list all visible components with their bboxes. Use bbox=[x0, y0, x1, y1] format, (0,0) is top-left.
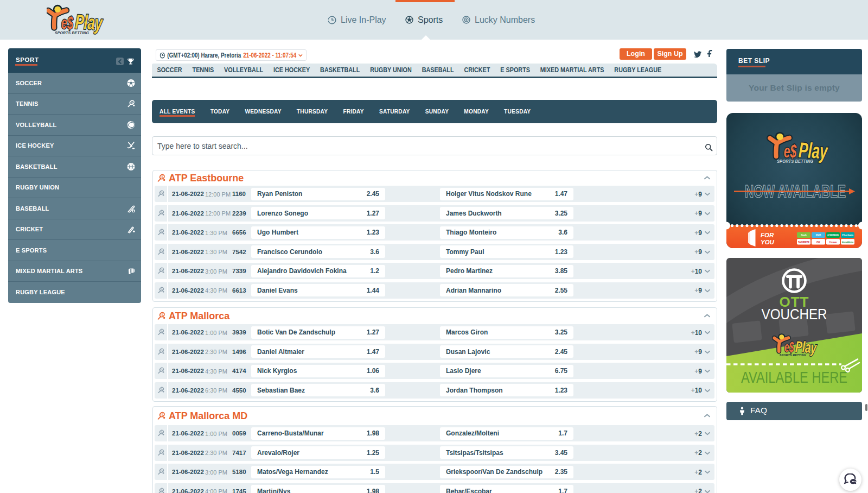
svg-text:SHOPRITE: SHOPRITE bbox=[798, 241, 809, 244]
svg-text:SPORTS BETTING: SPORTS BETTING bbox=[780, 353, 806, 357]
svg-text:OK: OK bbox=[816, 241, 821, 244]
svg-text:AVAILABLE HERE: AVAILABLE HERE bbox=[741, 368, 847, 386]
svg-text:flash: flash bbox=[801, 234, 807, 237]
svg-text:FNB: FNB bbox=[816, 234, 821, 237]
svg-text:YOU: YOU bbox=[761, 239, 775, 245]
svg-text:e$: e$ bbox=[784, 141, 797, 161]
svg-text:SPORTS BETTING: SPORTS BETTING bbox=[55, 30, 89, 35]
svg-text:e$: e$ bbox=[784, 339, 794, 355]
svg-text:House&Home: House&Home bbox=[842, 241, 853, 244]
svg-text:SPORTS BETTING: SPORTS BETTING bbox=[777, 159, 813, 164]
svg-text:e$: e$ bbox=[61, 13, 74, 33]
svg-text:VOUCHER: VOUCHER bbox=[762, 306, 827, 323]
svg-text:FOR: FOR bbox=[761, 232, 774, 238]
svg-text:ACKERMANS: ACKERMANS bbox=[827, 234, 839, 237]
svg-text:Checkers: Checkers bbox=[842, 234, 853, 237]
svg-text:Usave: Usave bbox=[829, 241, 837, 244]
